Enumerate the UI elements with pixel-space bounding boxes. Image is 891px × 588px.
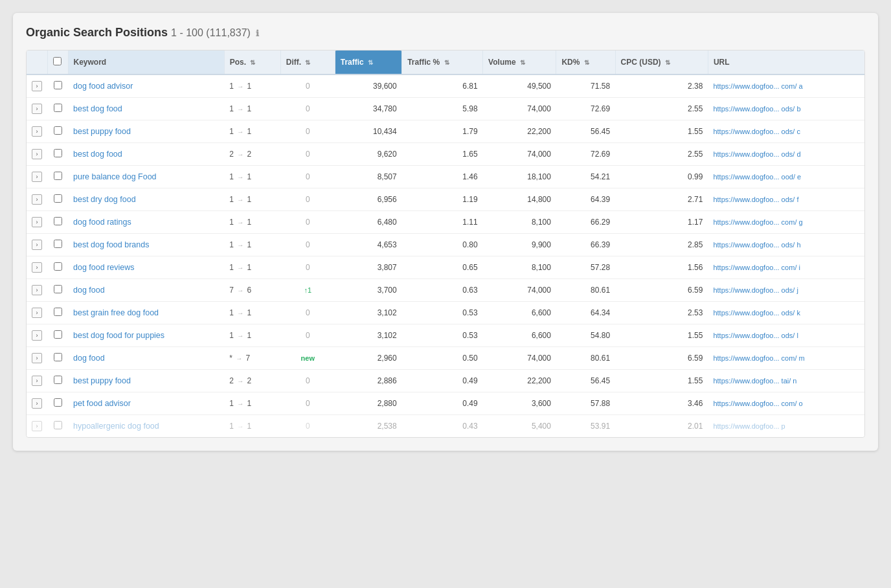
pos-to: 1	[247, 263, 252, 272]
diff-sort-icon: ⇅	[305, 59, 310, 66]
keyword-link[interactable]: pure balance dog Food	[73, 172, 157, 181]
expand-button[interactable]: ›	[32, 194, 42, 205]
check-cell[interactable]	[47, 211, 68, 234]
row-checkbox[interactable]	[54, 126, 62, 135]
keyword-link[interactable]: best dog food for puppies	[73, 331, 164, 340]
keyword-link[interactable]: dog food	[73, 354, 105, 363]
check-cell[interactable]	[47, 143, 68, 166]
expand-button[interactable]: ›	[32, 240, 42, 250]
diff-cell: 0	[280, 415, 335, 438]
th-kd[interactable]: KD% ⇅	[556, 51, 615, 74]
expand-cell[interactable]: ›	[27, 234, 47, 256]
keyword-link[interactable]: dog food	[73, 286, 105, 295]
check-cell[interactable]	[47, 347, 68, 370]
table-row: › dog food reviews 1 → 1 0 3,807 0.65 8,…	[27, 256, 864, 279]
row-checkbox[interactable]	[54, 217, 62, 225]
expand-cell[interactable]: ›	[27, 324, 47, 347]
url-cell: https://www.dogfoo... tai/ n	[708, 370, 864, 392]
expand-cell[interactable]: ›	[27, 370, 47, 392]
expand-button[interactable]: ›	[32, 172, 42, 182]
url-cell: https://www.dogfoo... com/ o	[708, 392, 864, 415]
row-checkbox[interactable]	[54, 308, 62, 316]
expand-button[interactable]: ›	[32, 353, 42, 363]
check-cell[interactable]	[47, 279, 68, 302]
pos-arrow: →	[237, 196, 243, 203]
row-checkbox[interactable]	[54, 376, 62, 384]
keyword-link[interactable]: dog food ratings	[73, 218, 131, 227]
keyword-link[interactable]: dog food advisor	[73, 82, 133, 91]
check-cell[interactable]	[47, 302, 68, 324]
kd-cell: 56.45	[556, 370, 615, 392]
expand-button[interactable]: ›	[32, 81, 42, 91]
expand-cell[interactable]: ›	[27, 143, 47, 166]
kd-value: 56.45	[591, 376, 610, 385]
keyword-link[interactable]: best grain free dog food	[73, 308, 159, 317]
th-keyword[interactable]: Keyword	[68, 51, 224, 74]
expand-button[interactable]: ›	[32, 376, 42, 386]
row-checkbox[interactable]	[54, 194, 62, 203]
check-cell[interactable]	[47, 120, 68, 143]
th-traffic[interactable]: Traffic ⇅	[335, 51, 401, 74]
keyword-link[interactable]: pet food advisor	[73, 399, 131, 408]
keyword-link[interactable]: hypoallergenic dog food	[73, 422, 159, 431]
keyword-link[interactable]: best dog food	[73, 104, 122, 113]
expand-cell[interactable]: ›	[27, 279, 47, 302]
row-checkbox[interactable]	[54, 240, 62, 248]
expand-button[interactable]: ›	[32, 308, 42, 318]
select-all-checkbox[interactable]	[53, 57, 62, 65]
expand-button[interactable]: ›	[32, 421, 42, 431]
check-cell[interactable]	[47, 256, 68, 279]
expand-button[interactable]: ›	[32, 126, 42, 137]
row-checkbox[interactable]	[54, 353, 62, 361]
row-checkbox[interactable]	[54, 398, 62, 407]
expand-cell[interactable]: ›	[27, 392, 47, 415]
keyword-link[interactable]: dog food reviews	[73, 263, 135, 272]
expand-cell[interactable]: ›	[27, 415, 47, 438]
expand-button[interactable]: ›	[32, 104, 42, 114]
expand-cell[interactable]: ›	[27, 211, 47, 234]
expand-cell[interactable]: ›	[27, 74, 47, 98]
check-cell[interactable]	[47, 188, 68, 211]
expand-button[interactable]: ›	[32, 217, 42, 227]
th-pos[interactable]: Pos. ⇅	[224, 51, 280, 74]
row-checkbox[interactable]	[54, 262, 62, 271]
row-checkbox[interactable]	[54, 330, 62, 339]
keyword-link[interactable]: best puppy food	[73, 127, 131, 136]
volume-value: 74,000	[527, 286, 551, 295]
expand-cell[interactable]: ›	[27, 256, 47, 279]
expand-cell[interactable]: ›	[27, 188, 47, 211]
kd-cell: 64.39	[556, 188, 615, 211]
th-diff[interactable]: Diff. ⇅	[280, 51, 335, 74]
keyword-link[interactable]: best dry dog food	[73, 195, 136, 204]
expand-button[interactable]: ›	[32, 330, 42, 341]
expand-button[interactable]: ›	[32, 285, 42, 295]
check-cell[interactable]	[47, 370, 68, 392]
expand-cell[interactable]: ›	[27, 347, 47, 370]
th-traffic-pct[interactable]: Traffic % ⇅	[402, 51, 483, 74]
check-cell[interactable]	[47, 324, 68, 347]
keyword-link[interactable]: best dog food	[73, 150, 122, 159]
row-checkbox[interactable]	[54, 421, 62, 429]
expand-button[interactable]: ›	[32, 262, 42, 273]
expand-cell[interactable]: ›	[27, 166, 47, 188]
expand-cell[interactable]: ›	[27, 120, 47, 143]
row-checkbox[interactable]	[54, 285, 62, 293]
keyword-link[interactable]: best puppy food	[73, 376, 131, 385]
expand-button[interactable]: ›	[32, 398, 42, 409]
check-cell[interactable]	[47, 166, 68, 188]
row-checkbox[interactable]	[54, 104, 62, 112]
expand-cell[interactable]: ›	[27, 98, 47, 120]
check-cell[interactable]	[47, 415, 68, 438]
check-cell[interactable]	[47, 392, 68, 415]
check-cell[interactable]	[47, 74, 68, 98]
check-cell[interactable]	[47, 234, 68, 256]
check-cell[interactable]	[47, 98, 68, 120]
keyword-link[interactable]: best dog food brands	[73, 240, 149, 249]
th-volume[interactable]: Volume ⇅	[483, 51, 556, 74]
row-checkbox[interactable]	[54, 172, 62, 180]
row-checkbox[interactable]	[54, 81, 62, 89]
expand-cell[interactable]: ›	[27, 302, 47, 324]
expand-button[interactable]: ›	[32, 149, 42, 159]
row-checkbox[interactable]	[54, 149, 62, 157]
th-cpc[interactable]: CPC (USD) ⇅	[615, 51, 708, 74]
